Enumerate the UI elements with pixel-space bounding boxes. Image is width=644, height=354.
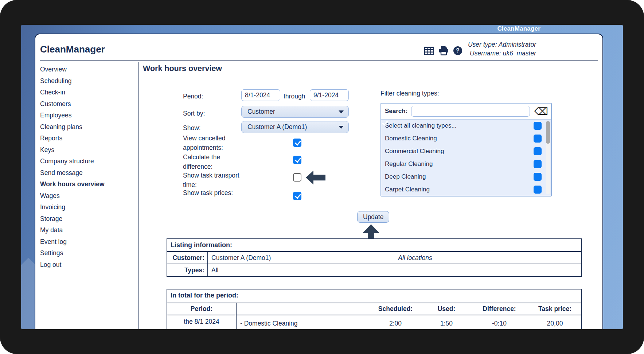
column-header-scheduled: Scheduled: [368,303,423,315]
regular-cleaning-checkbox[interactable] [534,160,542,168]
list-item-commercial-cleaning[interactable]: Commercial Cleaning [381,145,551,158]
chevron-down-icon [339,110,344,113]
totals-header-row: Period: Scheduled: Used: Difference: Tas… [167,303,581,315]
listing-types-row: Types: All [167,264,581,276]
sidebar-item-event-log[interactable]: Event log [40,236,136,248]
column-header-used: Used: [423,303,470,315]
sidebar-item-send-message[interactable]: Send message [40,167,136,179]
listing-title-row: Listing information: [167,239,581,251]
sidebar-item-employees[interactable]: Employees [40,110,136,121]
all-locations-note: All locations [229,254,602,262]
types-row-value: All [208,267,218,274]
listing-title: Listing information: [167,239,581,251]
scrollbar-thumb[interactable] [546,121,550,144]
calculate-difference-checkbox[interactable] [293,156,301,164]
cell-description: - Domestic Cleaning [237,315,368,329]
totals-title-row: In total for the period: [167,289,581,303]
header-divider [40,60,598,61]
types-row-label: Types: [167,264,208,276]
column-header-period: Period: [167,303,237,315]
option-label-calculate-difference: Calculate the difference: [183,153,243,171]
option-label-show-task-prices: Show task prices: [183,188,243,198]
chevron-down-icon [339,126,344,129]
period-to-input[interactable] [310,89,349,101]
cleaning-types-list: Select all cleaning types... Domestic Cl… [381,120,551,196]
totals-data-row: the 8/1 2024 - Domestic Cleaning 2:00 1:… [167,315,581,329]
domestic-cleaning-checkbox[interactable] [534,135,542,143]
table-grid-icon[interactable] [424,47,434,55]
clear-search-icon[interactable]: ⌫ [534,106,549,116]
show-value: Customer A (Demo1) [247,123,307,131]
username-text: Username: uk6_master [468,49,536,58]
totals-title: In total for the period: [167,289,581,302]
header-right-cluster: ? User type: Administrator Username: uk6… [424,40,536,58]
desktop-background: CleanManager CleanManager [21,25,623,329]
sidebar-item-company-structure[interactable]: Company structure [40,156,136,167]
column-header-difference: Difference: [470,303,528,315]
period-label: Period: [183,92,243,101]
cell-used: 1:50 [423,315,470,329]
sidebar-item-log-out[interactable]: Log out [40,259,136,271]
list-item-select-all[interactable]: Select all cleaning types... [381,120,551,132]
filter-list-scrollbar[interactable] [546,121,550,194]
sidebar-item-reports[interactable]: Reports [40,133,136,144]
sidebar-item-keys[interactable]: Keys [40,144,136,156]
search-label: Search: [385,108,407,115]
sidebar-item-overview[interactable]: Overview [40,64,136,75]
cell-difference: -0:10 [470,315,528,329]
sidebar-item-customers[interactable]: Customers [40,98,136,110]
sidebar-divider [138,62,139,329]
list-item-domestic-cleaning[interactable]: Domestic Cleaning [381,132,551,145]
sidebar-item-wages[interactable]: Wages [40,190,136,202]
sidebar-nav: Overview Scheduling Check-in Customers E… [40,64,136,271]
list-item-deep-cleaning[interactable]: Deep Cleaning [381,170,551,183]
listing-information-table: Listing information: Customer: Customer … [167,238,582,277]
sort-by-value: Customer [247,108,275,116]
sidebar-item-check-in[interactable]: Check-in [40,87,136,98]
user-info: User type: Administrator Username: uk6_m… [468,40,536,58]
totals-table: In total for the period: Period: Schedul… [167,289,582,329]
through-label: through [284,92,309,101]
header-icons: ? [424,46,462,55]
sort-by-label: Sort by: [183,109,243,118]
sidebar-item-cleaning-plans[interactable]: Cleaning plans [40,121,136,133]
option-label-show-transport-time: Show task transport time: [183,171,243,190]
cell-task-price: 20,00 [528,315,581,329]
sidebar-item-scheduling[interactable]: Scheduling [40,75,136,87]
sidebar-item-my-data[interactable]: My data [40,225,136,236]
cell-scheduled: 2:00 [368,315,423,329]
list-item-carpet-cleaning[interactable]: Carpet Cleaning [381,183,551,196]
list-item-regular-cleaning[interactable]: Regular Cleaning [381,157,551,170]
view-cancelled-checkbox[interactable] [293,139,301,147]
period-from-input[interactable] [241,89,280,101]
background-brand-text: CleanManager [497,25,540,32]
app-logo-title: CleanManager [40,44,105,55]
page-title: Work hours overview [143,64,222,73]
show-transport-time-checkbox[interactable] [293,173,301,182]
customer-row-label: Customer: [167,252,208,264]
sidebar-item-invoicing[interactable]: Invoicing [40,202,136,213]
annotation-arrow-left-icon [306,171,325,184]
carpet-cleaning-checkbox[interactable] [534,186,542,194]
commercial-cleaning-checkbox[interactable] [534,147,542,155]
user-type-text: User type: Administrator [468,40,536,49]
help-icon[interactable]: ? [453,46,462,55]
show-label: Show: [183,124,243,133]
show-select[interactable]: Customer A (Demo1) [241,121,349,133]
show-task-prices-checkbox[interactable] [293,192,301,200]
app-window: CleanManager [35,34,603,329]
deep-cleaning-checkbox[interactable] [534,173,542,181]
device-frame: CleanManager CleanManager [0,0,644,354]
sidebar-item-work-hours-overview[interactable]: Work hours overview [40,179,136,190]
filter-search-input[interactable] [411,106,530,117]
option-label-view-cancelled: View cancelled appointments: [183,134,243,152]
update-button[interactable]: Update [357,211,389,223]
filter-cleaning-types-label: Filter cleaning types: [380,90,439,97]
sidebar-item-storage[interactable]: Storage [40,213,136,225]
cell-period: the 8/1 2024 [167,315,237,329]
select-all-checkbox[interactable] [534,122,542,130]
listing-customer-row: Customer: Customer A (Demo1) All locatio… [167,251,581,264]
sidebar-item-settings[interactable]: Settings [40,248,136,259]
print-icon[interactable] [439,46,449,55]
sort-by-select[interactable]: Customer [241,106,349,118]
